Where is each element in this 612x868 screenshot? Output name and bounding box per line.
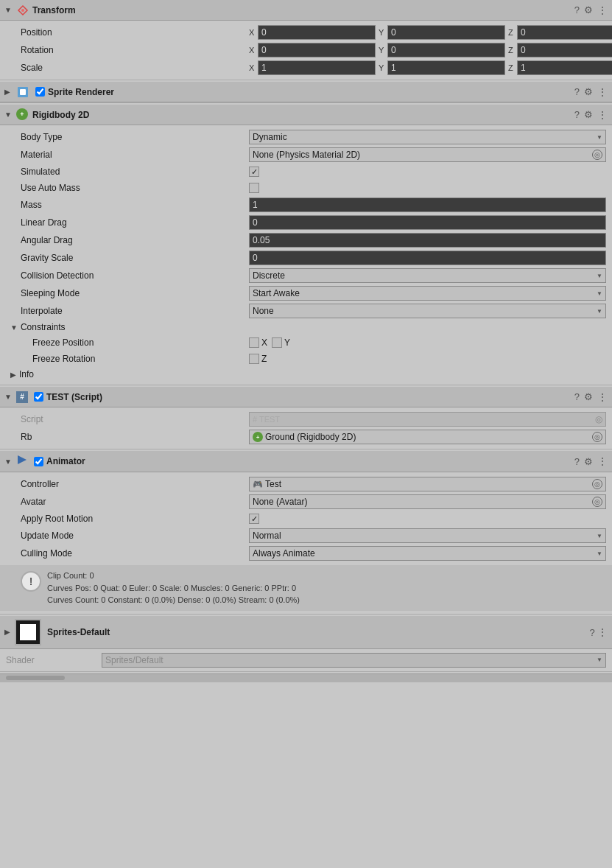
avatar-field[interactable]: None (Avatar) ◎ [249,494,606,509]
freeze-position-y-item: Y [272,337,290,348]
freeze-position-x-checkbox[interactable] [249,337,259,348]
animator-checkbox[interactable] [34,457,43,466]
rigidbody2d-title: Rigidbody 2D [32,110,574,120]
gravity-scale-input[interactable] [249,251,606,265]
rigidbody2d-panel: ▼ + Rigidbody 2D ? ⚙ ⋮ Body Type Dynamic… [0,105,612,385]
linear-drag-input[interactable] [249,215,606,230]
rigidbody2d-body: Body Type Dynamic ▼ Material None (Physi… [0,125,612,385]
sprite-renderer-menu-icon[interactable]: ⋮ [597,86,608,98]
body-type-dropdown[interactable]: Dynamic ▼ [249,130,606,144]
rb-field[interactable]: + Ground (Rigidbody 2D) ◎ [249,430,606,444]
rotation-y-input[interactable] [387,43,505,57]
sprites-default-help-icon[interactable]: ? [589,627,594,638]
sprites-default-arrow[interactable]: ▶ [4,628,10,636]
material-field[interactable]: None (Physics Material 2D) ◎ [249,147,606,162]
position-y-input[interactable] [387,25,505,40]
warning-text: Clip Count: 0 Curves Pos: 0 Quat: 0 Eule… [47,570,300,606]
apply-root-motion-checkbox[interactable] [249,514,259,524]
freeze-position-x-letter: X [261,337,267,348]
test-script-checkbox[interactable] [34,392,43,402]
sprite-renderer-checkbox[interactable] [35,87,45,97]
shader-label: Shader [6,655,102,665]
animator-header: ▼ Animator ? ⚙ ⋮ [0,451,612,472]
rb-label: Rb [21,432,249,442]
simulated-checkbox[interactable] [249,167,259,177]
rigidbody2d-gear-icon[interactable]: ⚙ [584,109,593,120]
avatar-text: None (Avatar) [253,497,307,507]
transform-help-icon[interactable]: ? [574,4,580,15]
interpolate-dropdown[interactable]: None ▼ [249,304,606,318]
scale-x-group: X [249,60,376,75]
constraints-arrow[interactable]: ▼ [10,323,18,332]
use-auto-mass-checkbox[interactable] [249,183,259,193]
animator-arrow[interactable]: ▼ [4,458,13,466]
material-circle-icon: ◎ [592,150,602,160]
collision-detection-value: Discrete ▼ [249,268,606,283]
sprite-renderer-gear-icon[interactable]: ⚙ [584,86,593,97]
update-mode-text: Normal [253,531,281,541]
sprite-renderer-help-icon[interactable]: ? [574,86,580,97]
sprite-renderer-header-icons: ? ⚙ ⋮ [574,86,608,98]
avatar-value: None (Avatar) ◎ [249,494,606,509]
scale-z-input[interactable] [517,60,612,75]
freeze-rotation-z-checkbox[interactable] [249,354,259,364]
sprites-default-menu-icon[interactable]: ⋮ [597,626,608,638]
scale-x-input[interactable] [258,60,376,75]
mass-input[interactable] [249,197,606,212]
test-script-menu-icon[interactable]: ⋮ [597,391,608,403]
script-row: Script # TEST ◎ [0,410,612,428]
animator-menu-icon[interactable]: ⋮ [597,455,608,467]
body-type-value: Dynamic ▼ [249,130,606,144]
transform-arrow[interactable]: ▼ [4,6,13,14]
scale-row: Scale X Y Z [0,59,612,77]
animator-gear-icon[interactable]: ⚙ [584,456,593,467]
transform-menu-icon[interactable]: ⋮ [597,4,608,16]
apply-root-motion-row: Apply Root Motion [0,511,612,527]
position-z-group: Z [508,25,612,40]
rigidbody2d-menu-icon[interactable]: ⋮ [597,109,608,121]
rigidbody2d-help-icon[interactable]: ? [574,109,580,120]
horizontal-scrollbar[interactable] [6,676,65,680]
script-value: # TEST ◎ [249,412,606,427]
position-inputs: X Y Z [249,25,612,40]
position-z-input[interactable] [517,25,612,40]
freeze-rotation-label: Freeze Rotation [32,354,249,364]
rigidbody2d-arrow[interactable]: ▼ [4,111,13,119]
collision-detection-row: Collision Detection Discrete ▼ [0,267,612,284]
gravity-scale-row: Gravity Scale [0,249,612,267]
test-script-arrow[interactable]: ▼ [4,393,13,401]
freeze-position-y-checkbox[interactable] [272,337,282,348]
info-arrow[interactable]: ▶ [10,371,16,379]
interpolate-value: None ▼ [249,304,606,318]
update-mode-dropdown[interactable]: Normal ▼ [249,528,606,543]
culling-mode-row: Culling Mode Always Animate ▼ [0,545,612,562]
sprite-renderer-header: ▶ Sprite Renderer ? ⚙ ⋮ [0,82,612,102]
rotation-x-input[interactable] [258,43,376,57]
angular-drag-label: Angular Drag [21,235,249,245]
animator-help-icon[interactable]: ? [574,456,580,467]
rotation-y-group: Y [379,43,505,57]
sleeping-mode-dropdown[interactable]: Start Awake ▼ [249,286,606,301]
avatar-label: Avatar [21,497,249,507]
test-script-help-icon[interactable]: ? [574,391,580,402]
scale-y-input[interactable] [387,60,505,75]
controller-field[interactable]: 🎮 Test ◎ [249,477,606,491]
position-x-input[interactable] [258,25,376,40]
body-type-row: Body Type Dynamic ▼ [0,128,612,146]
freeze-position-label: Freeze Position [32,337,249,348]
angular-drag-input[interactable] [249,233,606,248]
freeze-position-x-item: X [249,337,267,348]
transform-gear-icon[interactable]: ⚙ [584,4,593,15]
sprites-default-header: ▶ Sprites-Default ? ⋮ [0,616,612,649]
rotation-z-input[interactable] [517,43,612,57]
test-script-gear-icon[interactable]: ⚙ [584,391,593,402]
test-script-body: Script # TEST ◎ Rb + Ground (Rigidbody 2… [0,407,612,449]
material-row: Material None (Physics Material 2D) ◎ [0,146,612,164]
sprite-renderer-arrow[interactable]: ▶ [4,88,13,96]
collision-detection-dropdown[interactable]: Discrete ▼ [249,268,606,283]
culling-mode-dropdown[interactable]: Always Animate ▼ [249,546,606,561]
rotation-x-group: X [249,43,376,57]
controller-label: Controller [21,479,249,489]
rb-value: + Ground (Rigidbody 2D) ◎ [249,430,606,444]
shader-dropdown[interactable]: Sprites/Default ▼ [102,653,606,668]
